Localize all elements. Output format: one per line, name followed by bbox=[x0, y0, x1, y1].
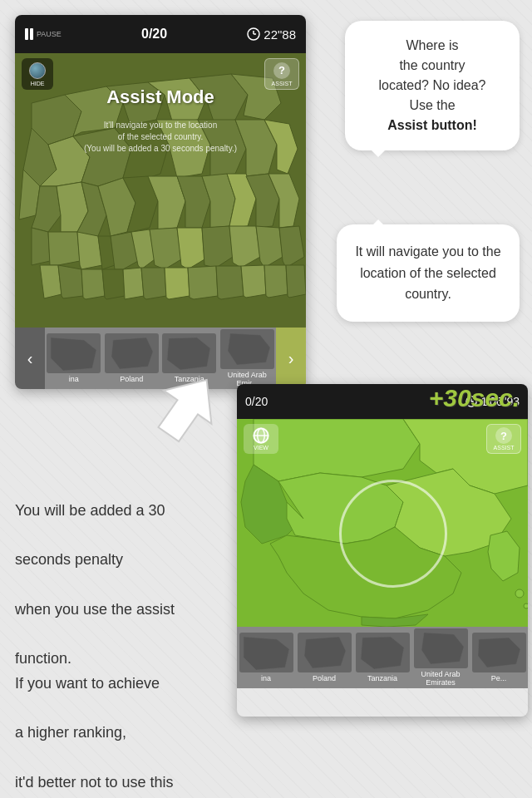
svg-marker-55 bbox=[111, 337, 153, 369]
top-map-area: Assist Mode It'll navigate you to the lo… bbox=[15, 53, 306, 328]
svg-point-72 bbox=[524, 603, 528, 608]
svg-marker-49 bbox=[188, 266, 218, 299]
country-silhouette-1 bbox=[47, 333, 101, 373]
bottom-country-item-1[interactable]: ina bbox=[239, 633, 293, 682]
timer-value: 22"88 bbox=[264, 27, 296, 42]
country-item-1[interactable]: ina bbox=[47, 333, 101, 383]
pause-button[interactable]: PAUSE bbox=[25, 28, 62, 40]
view-button[interactable]: VIEW bbox=[244, 424, 278, 454]
svg-marker-56 bbox=[167, 337, 210, 370]
country-silhouette-3 bbox=[162, 333, 216, 373]
left-text-block: You will be added a 30 seconds penalty w… bbox=[15, 499, 227, 798]
bottom-country-label-4: United ArabEmirates bbox=[421, 670, 460, 687]
svg-marker-77 bbox=[304, 637, 346, 668]
globe-icon bbox=[29, 62, 46, 79]
bottom-country-item-3[interactable]: Tanzania bbox=[356, 633, 410, 682]
hide-button[interactable]: HIDE bbox=[22, 58, 53, 90]
bubble2-text: It will navigate you to the location of … bbox=[355, 244, 500, 301]
svg-marker-57 bbox=[228, 333, 270, 365]
bubble1-bold: Assist button! bbox=[387, 118, 477, 132]
svg-marker-79 bbox=[421, 633, 464, 664]
bottom-map-area: VIEW ? ASSIST bbox=[237, 419, 528, 627]
svg-marker-45 bbox=[102, 269, 125, 299]
assist-button[interactable]: ? ASSIST bbox=[264, 58, 299, 90]
bottom-assist-label: ASSIST bbox=[494, 445, 515, 451]
bottom-game-screenshot: 0/20 1'06"93 bbox=[237, 384, 528, 717]
assist-mode-title: Assist Mode bbox=[106, 86, 214, 108]
country-silhouette-4 bbox=[220, 329, 274, 369]
speech-bubble-1: Where isthe countrylocated? No idea?Use … bbox=[345, 21, 520, 150]
top-game-screenshot: PAUSE 0/20 22"88 bbox=[15, 15, 306, 389]
bottom-country-silhouette-4 bbox=[414, 628, 468, 668]
svg-marker-46 bbox=[123, 268, 144, 299]
bottom-country-silhouette-1 bbox=[239, 633, 293, 672]
penalty-display: +30sec. bbox=[429, 384, 520, 412]
svg-marker-48 bbox=[165, 268, 190, 299]
svg-marker-42 bbox=[40, 265, 62, 298]
bottom-map-svg bbox=[237, 419, 528, 627]
bottom-country-label-5: Pe... bbox=[491, 674, 507, 682]
svg-marker-31 bbox=[48, 232, 80, 265]
svg-marker-78 bbox=[361, 637, 404, 669]
svg-marker-30 bbox=[32, 228, 50, 265]
svg-marker-54 bbox=[51, 337, 96, 371]
svg-marker-43 bbox=[58, 265, 83, 298]
hide-label: HIDE bbox=[31, 81, 45, 86]
bottom-country-item-4[interactable]: United ArabEmirates bbox=[414, 628, 468, 687]
bottom-country-items: ina Poland Tanzania United ArabEmirates bbox=[237, 627, 528, 688]
bottom-score: 0/20 bbox=[245, 395, 268, 408]
bottom-country-item-5[interactable]: Pe... bbox=[472, 633, 526, 682]
bottom-assist-button[interactable]: ? ASSIST bbox=[486, 424, 521, 454]
clock-icon bbox=[247, 27, 260, 41]
bottom-country-silhouette-2 bbox=[298, 633, 352, 672]
svg-marker-76 bbox=[244, 637, 289, 670]
bottom-country-label-1: ina bbox=[261, 674, 271, 682]
bottom-country-silhouette-3 bbox=[356, 633, 410, 672]
bottom-country-strip: ina Poland Tanzania United ArabEmirates bbox=[237, 627, 528, 688]
svg-marker-47 bbox=[141, 268, 166, 299]
timer-display: 22"88 bbox=[247, 27, 296, 42]
strip-left-arrow[interactable]: ‹ bbox=[15, 328, 45, 389]
svg-marker-52 bbox=[264, 265, 288, 298]
bottom-country-silhouette-5 bbox=[472, 633, 526, 672]
big-arrow bbox=[137, 372, 229, 459]
svg-marker-53 bbox=[286, 265, 306, 298]
country-label-1: ina bbox=[69, 375, 79, 383]
assist-mode-subtext: It'll navigate you to the locationof the… bbox=[77, 120, 244, 155]
question-icon: ? bbox=[273, 62, 290, 79]
pause-label: PAUSE bbox=[37, 30, 62, 38]
svg-marker-58 bbox=[145, 372, 229, 451]
country-silhouette-2 bbox=[105, 333, 159, 373]
globe-icon-bottom bbox=[253, 427, 269, 444]
bottom-country-item-2[interactable]: Poland bbox=[298, 633, 352, 682]
bubble1-text: Where isthe countrylocated? No idea?Use … bbox=[379, 38, 486, 132]
game-header: PAUSE 0/20 22"88 bbox=[15, 15, 306, 53]
svg-marker-44 bbox=[81, 269, 105, 299]
svg-marker-51 bbox=[241, 265, 266, 298]
left-text-content: You will be added a 30 seconds penalty w… bbox=[15, 502, 175, 798]
bottom-question-icon: ? bbox=[495, 427, 512, 444]
score-display: 0/20 bbox=[141, 27, 167, 42]
view-label: VIEW bbox=[254, 445, 268, 451]
svg-marker-50 bbox=[216, 266, 244, 299]
speech-bubble-2: It will navigate you to the location of … bbox=[337, 224, 520, 322]
bottom-country-label-3: Tanzania bbox=[367, 674, 397, 682]
strip-right-arrow[interactable]: › bbox=[276, 328, 306, 389]
svg-marker-80 bbox=[478, 638, 520, 667]
bottom-score-value: 0/20 bbox=[245, 395, 268, 408]
svg-point-71 bbox=[515, 589, 524, 598]
assist-label: ASSIST bbox=[272, 81, 293, 86]
bottom-country-label-2: Poland bbox=[313, 674, 336, 682]
